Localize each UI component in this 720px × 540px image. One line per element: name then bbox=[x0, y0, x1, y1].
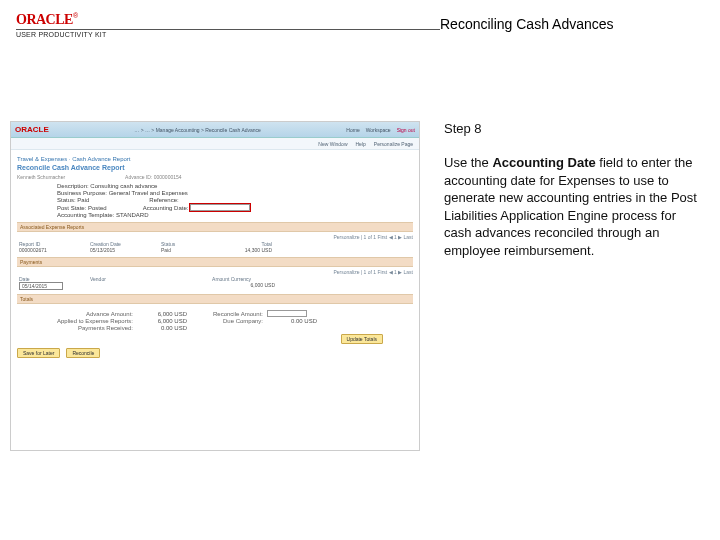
row-description: Description: Consulting cash advance bbox=[57, 183, 157, 189]
update-totals-button[interactable]: Update Totals bbox=[341, 334, 383, 344]
val-due-company: 0.00 USD bbox=[267, 318, 317, 324]
subnav-personalize[interactable]: Personalize Page bbox=[374, 141, 413, 147]
lbl-advance-amount: Advance Amount: bbox=[17, 311, 137, 317]
instruction-text: Use the Accounting Date field to enter t… bbox=[444, 154, 700, 259]
row-accounting-template: Accounting Template: STANDARD bbox=[57, 212, 148, 218]
shot-advid: 0000000154 bbox=[154, 174, 182, 180]
val-advance-amount: 6,000 USD bbox=[137, 311, 187, 317]
shot-breadcrumb: … > … > Manage Accounting > Reconcile Ca… bbox=[134, 127, 261, 133]
row-status: Status: Paid bbox=[57, 197, 89, 203]
instr-post: field to enter the accounting date for E… bbox=[444, 155, 697, 258]
shot-breadcrumb2: Travel & Expenses · Cash Advance Report bbox=[17, 156, 413, 162]
section-associated-expense: Associated Expense Reports bbox=[17, 222, 413, 232]
shot-advid-lbl: Advance ID: bbox=[125, 174, 152, 180]
lbl-payments: Payments Received: bbox=[17, 325, 137, 331]
section-payments: Payments bbox=[17, 257, 413, 267]
row-reference: Reference: bbox=[149, 197, 178, 203]
row-post-state: Post State: Posted bbox=[57, 205, 107, 211]
pager-1[interactable]: Personalize | 1 of 1 First ◀ 1 ▶ Last bbox=[17, 234, 413, 240]
accounting-date-input[interactable] bbox=[190, 204, 250, 211]
logo-brand: ORACLE bbox=[16, 12, 73, 27]
reconcile-button[interactable]: Reconcile bbox=[66, 348, 100, 358]
save-for-later-button[interactable]: Save for Later bbox=[17, 348, 60, 358]
shot-nav: Home Workspace Sign out bbox=[346, 127, 415, 133]
nav-signout[interactable]: Sign out bbox=[397, 127, 415, 133]
pager-2[interactable]: Personalize | 1 of 1 First ◀ 1 ▶ Last bbox=[17, 269, 413, 275]
logo-subtitle: USER PRODUCTIVITY KIT bbox=[16, 29, 440, 38]
shot-brand: ORACLE bbox=[15, 125, 49, 134]
logo-trademark: ® bbox=[73, 12, 78, 19]
shot-page-title: Reconcile Cash Advance Report bbox=[17, 164, 413, 171]
section-totals: Totals bbox=[17, 294, 413, 304]
nav-home[interactable]: Home bbox=[346, 127, 359, 133]
nav-worklist[interactable]: Workspace bbox=[366, 127, 391, 133]
row-accounting-date-lbl: Accounting Date: bbox=[143, 205, 189, 211]
val-payments: 0.00 USD bbox=[137, 325, 187, 331]
shot-subnav: New Window Help Personalize Page bbox=[11, 138, 419, 150]
table2-row: 05/14/2015 6,000 USD bbox=[17, 282, 413, 290]
subnav-help[interactable]: Help bbox=[356, 141, 366, 147]
logo-block: ORACLE® USER PRODUCTIVITY KIT bbox=[10, 6, 440, 66]
shot-topbar: ORACLE … > … > Manage Accounting > Recon… bbox=[11, 122, 419, 138]
lbl-reconcile-amount: Reconcile Amount: bbox=[187, 311, 267, 317]
instr-pre: Use the bbox=[444, 155, 492, 170]
payment-date-input[interactable]: 05/14/2015 bbox=[19, 282, 63, 290]
row-business-purpose: Business Purpose: General Travel and Exp… bbox=[57, 190, 188, 196]
shot-employee: Kenneth Schumacher bbox=[17, 174, 65, 180]
embedded-screenshot: ORACLE … > … > Manage Accounting > Recon… bbox=[10, 121, 420, 451]
subnav-newwindow[interactable]: New Window bbox=[318, 141, 347, 147]
reconcile-amount-input[interactable] bbox=[267, 310, 307, 317]
table1-row: 0000002671 05/13/2015 Paid 14,300 USD bbox=[17, 247, 413, 253]
lbl-applied: Applied to Expense Reports: bbox=[17, 318, 137, 324]
instr-bold: Accounting Date bbox=[492, 155, 595, 170]
val-applied: 6,000 USD bbox=[137, 318, 187, 324]
document-title: Reconciling Cash Advances bbox=[440, 16, 704, 32]
lbl-due-company: Due Company: bbox=[187, 318, 267, 324]
step-label: Step 8 bbox=[444, 121, 700, 136]
